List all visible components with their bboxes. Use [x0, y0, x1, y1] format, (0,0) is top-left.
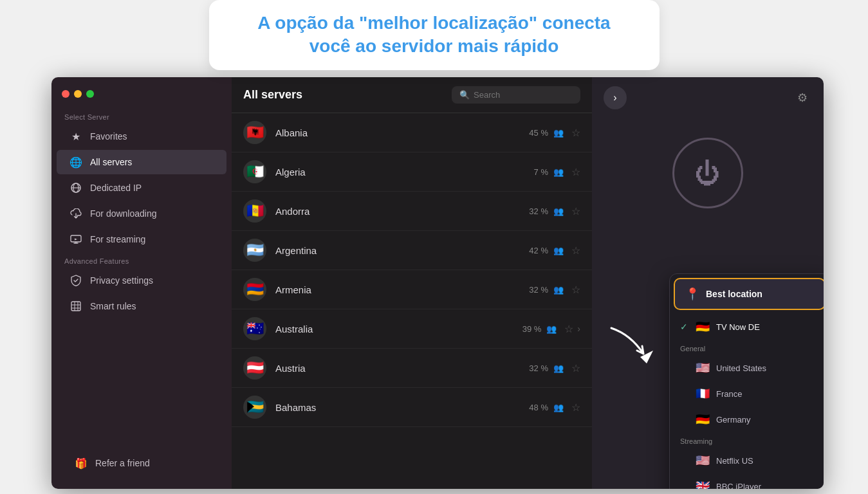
- sidebar-item-dedicated-ip[interactable]: Dedicated IP: [57, 176, 226, 200]
- country-name-algeria: Algeria: [275, 167, 534, 178]
- globe-icon: 🌐: [69, 156, 82, 169]
- power-button[interactable]: ⏻: [672, 138, 743, 208]
- star-andorra[interactable]: ☆: [571, 205, 580, 217]
- streaming-icon: [69, 233, 82, 246]
- search-input[interactable]: [474, 90, 573, 100]
- users-icon: 👥: [553, 167, 564, 177]
- users-icon: 👥: [553, 206, 564, 216]
- country-name-andorra: Andorra: [275, 206, 529, 217]
- sidebar-item-all-servers[interactable]: 🌐 All servers: [57, 150, 226, 174]
- server-load-albania: 45 %: [529, 128, 548, 138]
- right-panel-top-bar: › ⚙: [592, 77, 824, 118]
- server-row[interactable]: 🇦🇷 Argentina 42 % 👥 ☆: [232, 231, 592, 270]
- server-load-bahamas: 48 %: [529, 403, 548, 412]
- power-icon: ⏻: [695, 159, 721, 188]
- arrow-annotation: [605, 322, 682, 376]
- server-row[interactable]: 🇦🇱 Albania 45 % 👥 ☆: [232, 113, 592, 152]
- star-algeria[interactable]: ☆: [571, 166, 580, 178]
- tooltip-text: A opção da "melhor localização" conecta …: [235, 12, 634, 59]
- flag-bbc: 🇬🇧: [696, 479, 710, 489]
- flag-algeria: 🇩🇿: [243, 160, 266, 183]
- star-bahamas[interactable]: ☆: [571, 401, 580, 414]
- users-icon: 👥: [546, 324, 557, 334]
- country-name-argentina: Argentina: [275, 245, 529, 256]
- traffic-lights: [51, 90, 232, 108]
- server-load-andorra: 32 %: [529, 206, 548, 216]
- server-row[interactable]: 🇦🇲 Armenia 32 % 👥 ☆: [232, 270, 592, 309]
- country-name-austria: Austria: [275, 363, 529, 374]
- sidebar-refer-friend-label: Refer a friend: [95, 458, 150, 468]
- star-armenia[interactable]: ☆: [571, 284, 580, 296]
- star-albania[interactable]: ☆: [571, 127, 580, 139]
- dropdown-item-netflix-us[interactable]: 🇺🇸 Netflix US: [670, 448, 824, 473]
- server-row[interactable]: 🇦🇩 Andorra 32 % 👥 ☆: [232, 192, 592, 231]
- tooltip-banner: A opção da "melhor localização" conecta …: [209, 0, 660, 70]
- dropdown-france-label: France: [716, 389, 742, 399]
- server-load-algeria: 7 %: [534, 167, 548, 177]
- server-row[interactable]: 🇦🇹 Austria 32 % 👥 ☆: [232, 349, 592, 388]
- flag-fr: 🇫🇷: [696, 387, 710, 401]
- best-location-item[interactable]: 📍 Best location: [674, 278, 824, 310]
- dropdown-item-tv-now-de[interactable]: ✓ 🇩🇪 TV Now DE: [670, 314, 824, 340]
- server-list-panel: All servers 🔍 🇦🇱 Albania 45 % 👥 ☆ 🇩🇿 Alg…: [232, 77, 592, 489]
- star-argentina[interactable]: ☆: [571, 244, 580, 257]
- dropdown-tv-now-de-label: TV Now DE: [716, 322, 760, 332]
- flag-de: 🇩🇪: [696, 412, 710, 426]
- minimize-button[interactable]: [74, 90, 82, 98]
- sidebar-item-for-downloading[interactable]: For downloading: [57, 201, 226, 226]
- sidebar-smart-rules-label: Smart rules: [90, 301, 136, 311]
- server-list-body: 🇦🇱 Albania 45 % 👥 ☆ 🇩🇿 Algeria 7 % 👥 ☆ 🇦…: [232, 113, 592, 489]
- sidebar-item-refer-friend[interactable]: 🎁 Refer a friend: [62, 451, 221, 475]
- dropdown-item-germany[interactable]: 🇩🇪 Germany: [670, 407, 824, 432]
- dropdown-germany-label: Germany: [716, 415, 750, 425]
- dropdown-item-united-states[interactable]: 🇺🇸 United States: [670, 355, 824, 381]
- close-button[interactable]: [62, 90, 69, 98]
- download-cloud-icon: [69, 207, 82, 220]
- sidebar-item-privacy-settings[interactable]: Privacy settings: [57, 268, 226, 293]
- search-box[interactable]: 🔍: [452, 86, 580, 104]
- country-name-australia: Australia: [275, 324, 522, 334]
- sidebar-for-downloading-label: For downloading: [90, 208, 157, 219]
- dropdown-popup: 📍 Best location ✓ 🇩🇪 TV Now DE General 🇺…: [669, 273, 824, 489]
- server-row[interactable]: 🇦🇺 Australia 39 % 👥 ☆ ›: [232, 309, 592, 349]
- dropdown-bbc-iplayer-label: BBC iPlayer: [716, 482, 761, 489]
- expand-arrow[interactable]: ›: [577, 324, 580, 334]
- flag-austria: 🇦🇹: [243, 356, 266, 380]
- server-row[interactable]: 🇧🇸 Bahamas 48 % 👥 ☆: [232, 388, 592, 427]
- gift-icon: 🎁: [75, 457, 88, 470]
- sidebar-favorites-label: Favorites: [90, 131, 127, 142]
- flag-australia: 🇦🇺: [243, 317, 266, 340]
- flag-andorra: 🇦🇩: [243, 199, 266, 223]
- server-row[interactable]: 🇩🇿 Algeria 7 % 👥 ☆: [232, 152, 592, 192]
- server-list-header: All servers 🔍: [232, 77, 592, 113]
- star-icon: ★: [69, 130, 82, 143]
- app-window: Select Server ★ Favorites 🌐 All servers …: [51, 77, 824, 489]
- server-list-title: All servers: [243, 88, 302, 102]
- power-button-container: ⏻: [672, 138, 743, 208]
- users-icon: 👥: [553, 285, 564, 295]
- flag-bahamas: 🇧🇸: [243, 396, 266, 419]
- star-austria[interactable]: ☆: [571, 362, 580, 374]
- sidebar-item-smart-rules[interactable]: Smart rules: [57, 294, 226, 318]
- dropdown-netflix-us-label: Netflix US: [716, 456, 753, 466]
- star-australia[interactable]: ☆: [564, 323, 573, 335]
- flag-netflix: 🇺🇸: [696, 453, 710, 468]
- flag-tv-now-de: 🇩🇪: [696, 320, 710, 334]
- sidebar-item-for-streaming[interactable]: For streaming: [57, 227, 226, 252]
- server-load-australia: 39 %: [522, 324, 542, 334]
- sidebar-all-servers-label: All servers: [90, 157, 132, 167]
- dropdown-item-bbc-iplayer[interactable]: 🇬🇧 BBC iPlayer: [670, 473, 824, 489]
- navigate-button[interactable]: ›: [604, 86, 627, 109]
- users-icon: 👥: [553, 363, 564, 373]
- sidebar-item-favorites[interactable]: ★ Favorites: [57, 124, 226, 149]
- country-name-armenia: Armenia: [275, 284, 529, 295]
- sidebar-privacy-settings-label: Privacy settings: [90, 275, 153, 286]
- sidebar-for-streaming-label: For streaming: [90, 234, 145, 244]
- settings-button[interactable]: ⚙: [793, 88, 812, 107]
- dropdown-item-france[interactable]: 🇫🇷 France: [670, 381, 824, 407]
- maximize-button[interactable]: [86, 90, 94, 98]
- search-icon: 🔍: [459, 90, 470, 100]
- sidebar-dedicated-ip-label: Dedicated IP: [90, 183, 142, 193]
- right-panel: › ⚙ ⏻ 📍 Best location ✓ 🇩🇪 TV Now DE Gen…: [592, 77, 824, 489]
- flag-us: 🇺🇸: [696, 361, 710, 375]
